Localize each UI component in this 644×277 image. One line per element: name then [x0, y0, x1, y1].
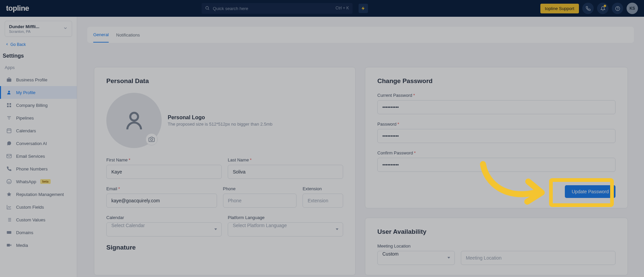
svg-rect-12 [7, 231, 11, 234]
svg-point-4 [8, 91, 10, 92]
notifications-button[interactable] [597, 3, 608, 14]
update-password-button[interactable]: Update Password [565, 185, 615, 198]
calendar-select[interactable]: Select Calendar [106, 222, 222, 236]
support-button[interactable]: topline Support [540, 4, 579, 13]
user-availability-card: User Availability Meeting Location Custo… [365, 218, 628, 275]
chart-icon [6, 204, 12, 210]
sidebar: Dunder Miffli... Scranton, PA Go Back Se… [0, 17, 77, 277]
sidebar-item-label: Custom Values [16, 217, 45, 222]
svg-rect-7 [7, 106, 9, 108]
email-input[interactable] [106, 194, 217, 208]
sidebar-item-label: Company Billing [16, 103, 48, 108]
sidebar-item-calendars[interactable]: Calendars [0, 124, 77, 137]
flash-button[interactable] [359, 4, 368, 13]
svg-point-11 [7, 180, 11, 184]
sidebar-item-label: Phone Numbers [16, 166, 48, 171]
tab-notifications[interactable]: Notifications [116, 28, 140, 42]
calendar-icon [6, 128, 12, 134]
search-icon [205, 6, 210, 12]
password-label: Password* [377, 122, 615, 127]
phone-icon [6, 166, 12, 172]
language-select[interactable]: Select Platform Language [228, 222, 343, 236]
calendar-label: Calendar [106, 215, 222, 220]
sidebar-item-label: Domains [16, 230, 33, 235]
org-location: Scranton, PA [9, 29, 39, 33]
avatar[interactable]: KS [627, 3, 638, 14]
sidebar-item-domains[interactable]: Domains [0, 226, 77, 239]
sidebar-item-label: Custom Fields [16, 205, 44, 210]
user-icon [122, 109, 146, 132]
sidebar-item-whatsapp[interactable]: WhatsApp beta [0, 175, 77, 188]
org-selector[interactable]: Dunder Miffli... Scranton, PA [5, 21, 72, 37]
sidebar-item-custom-values[interactable]: Custom Values [0, 213, 77, 226]
svg-rect-9 [7, 129, 11, 133]
nav-right: topline Support KS [540, 3, 638, 14]
profile-avatar[interactable] [106, 93, 162, 148]
confirm-password-input[interactable] [377, 158, 615, 172]
notification-dot-icon [604, 5, 606, 7]
sidebar-item-label: Pipelines [16, 116, 34, 121]
content-scroll[interactable]: Personal Data Personal Logo The proposed… [87, 57, 638, 277]
sidebar-item-email-services[interactable]: Email Services [0, 150, 77, 162]
phone-button[interactable] [582, 3, 594, 14]
sidebar-item-label: Calendars [16, 128, 36, 133]
settings-title: Settings [0, 52, 77, 62]
sidebar-item-business-profile[interactable]: Business Profile [0, 73, 77, 86]
sidebar-item-phone-numbers[interactable]: Phone Numbers [0, 162, 77, 175]
last-name-label: Last Name* [228, 157, 343, 162]
sidebar-item-custom-fields[interactable]: Custom Fields [0, 201, 77, 213]
personal-logo-sub: The proposed size is 512*512px no bigger… [168, 122, 272, 127]
sidebar-item-label: Email Services [16, 154, 45, 159]
whatsapp-icon [6, 179, 12, 185]
card-title: Change Password [377, 77, 615, 85]
sidebar-item-label: Reputation Management [16, 192, 64, 197]
sidebar-item-conversation-ai[interactable]: Conversation AI [0, 137, 77, 150]
confirm-password-label: Confirm Password* [377, 150, 615, 155]
help-button[interactable] [612, 3, 623, 14]
svg-rect-6 [9, 103, 11, 105]
app-logo: topline [6, 4, 29, 13]
sidebar-item-label: WhatsApp [16, 179, 36, 184]
svg-point-2 [618, 9, 618, 10]
sidebar-item-label: Media [16, 243, 28, 248]
meeting-location-label: Meeting Location [377, 244, 615, 249]
meeting-location-select[interactable]: Custom [377, 251, 455, 265]
sidebar-item-pipelines[interactable]: Pipelines [0, 112, 77, 124]
tab-general[interactable]: General [93, 27, 109, 43]
star-icon [6, 191, 12, 197]
meeting-location-input[interactable] [461, 251, 615, 265]
sidebar-item-my-profile[interactable]: My Profile [0, 86, 77, 99]
video-icon [6, 242, 12, 248]
phone-input[interactable] [223, 194, 297, 208]
first-name-input[interactable] [106, 165, 222, 179]
camera-button[interactable] [146, 133, 158, 145]
password-input[interactable] [377, 129, 615, 143]
card-icon [6, 229, 12, 235]
go-back-link[interactable]: Go Back [0, 40, 77, 49]
svg-rect-5 [7, 103, 9, 105]
sidebar-item-label: My Profile [16, 90, 36, 95]
tabs-bar: General Notifications [87, 27, 634, 43]
mail-icon [6, 153, 12, 159]
platform-language-label: Platform Language [228, 215, 343, 220]
svg-rect-3 [7, 79, 11, 82]
svg-rect-13 [7, 244, 10, 247]
phone-label: Phone [223, 186, 297, 191]
email-label: Email* [106, 186, 217, 191]
current-password-input[interactable] [377, 100, 615, 114]
sidebar-item-company-billing[interactable]: Company Billing [0, 99, 77, 112]
briefcase-icon [6, 77, 12, 83]
svg-rect-8 [9, 106, 11, 108]
search-input[interactable] [202, 3, 353, 14]
card-title: User Availability [377, 228, 615, 235]
sidebar-item-media[interactable]: Media [0, 239, 77, 252]
sidebar-item-apps[interactable]: Apps [0, 62, 77, 73]
chevron-down-icon [63, 26, 68, 32]
signature-title: Signature [106, 244, 343, 251]
beta-badge: beta [40, 179, 51, 184]
extension-input[interactable] [303, 194, 343, 208]
top-nav: topline Ctrl + K topline Support KS [0, 0, 644, 17]
personal-data-card: Personal Data Personal Logo The proposed… [94, 67, 356, 275]
sidebar-item-reputation[interactable]: Reputation Management [0, 188, 77, 201]
last-name-input[interactable] [228, 165, 343, 179]
